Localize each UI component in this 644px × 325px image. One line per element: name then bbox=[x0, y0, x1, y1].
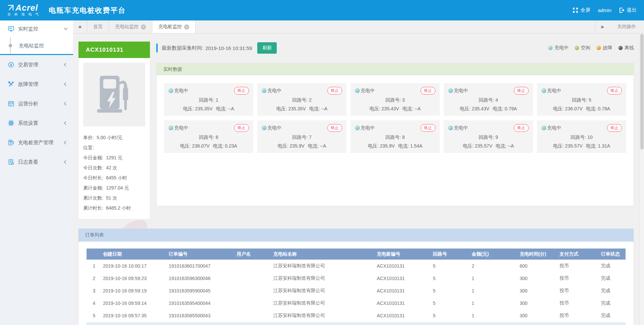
cell-amount: 1 bbox=[470, 309, 518, 322]
stat-label: 累计次数: bbox=[83, 195, 103, 201]
tab-home[interactable]: 首页 bbox=[87, 20, 109, 33]
terminate-button[interactable]: 终止 bbox=[234, 87, 249, 95]
chevron-left-icon bbox=[64, 121, 67, 125]
circuit-number: 回路号: 4 bbox=[448, 97, 529, 103]
cell-pay: 投币 bbox=[558, 272, 600, 284]
cell-date: 2019-10-16 09:57:35 bbox=[102, 309, 167, 322]
tab-pile-monitor[interactable]: 充电桩监控 × bbox=[152, 20, 196, 33]
terminate-button[interactable]: 终止 bbox=[421, 124, 435, 132]
sidebar-item-transactions[interactable]: 交易管理 bbox=[0, 55, 73, 74]
table-row: 2 2019-10-16 09:59:23 1910163596300046 江… bbox=[87, 272, 626, 284]
terminate-button[interactable]: 终止 bbox=[234, 124, 249, 132]
sidebar-item-realtime-monitor[interactable]: 实时监控 bbox=[0, 20, 73, 37]
stat-value: 6455 小时 bbox=[106, 175, 127, 180]
cell-date: 2019-10-16 09:59:14 bbox=[102, 297, 167, 309]
tabbar-spacer bbox=[196, 20, 595, 33]
close-operations-label: 关闭操作 bbox=[617, 24, 636, 30]
username[interactable]: admin bbox=[598, 7, 611, 13]
orders-panel-title: 订单列表 bbox=[78, 229, 634, 241]
circuit-number: 回路号: 10 bbox=[541, 134, 622, 141]
stat-value: 51 次 bbox=[106, 195, 117, 201]
terminate-button[interactable]: 终止 bbox=[327, 124, 342, 132]
sidebar-item-analysis[interactable]: 运营分析 bbox=[0, 94, 73, 113]
logout-icon bbox=[619, 7, 625, 13]
acrel-logo: Acrel 安 科 瑞 电 气 bbox=[7, 4, 40, 17]
pile-stat-row: 今日金额:1291 元 bbox=[83, 153, 145, 163]
scroll-tabs-left-button[interactable]: « bbox=[73, 20, 87, 33]
logo-subtext: 安 科 瑞 电 气 bbox=[7, 12, 40, 17]
terminate-button[interactable]: 终止 bbox=[607, 87, 622, 95]
table-row: 3 2019-10-16 09:59:19 1910163595900045 江… bbox=[87, 284, 626, 297]
chevron-down-icon bbox=[64, 26, 67, 30]
cell-circuit: 5 bbox=[431, 297, 470, 309]
stat-value: 5.00 小时/元 bbox=[97, 135, 122, 140]
circuit-measurements: 电压: 235.43V电流: --A bbox=[355, 106, 435, 112]
circuit-card: 充电中 终止 回路号: 8 电压: 235.9V电流: bbox=[351, 120, 440, 153]
sidebar: 实时监控 充电站监控 交易管理 故障管理 bbox=[0, 20, 73, 325]
charging-status-label: 充电中 bbox=[547, 88, 561, 94]
collect-time-label: 最新数据采集时间: bbox=[162, 45, 203, 51]
cell-date: 2019-10-16 10:00:17 bbox=[102, 260, 167, 272]
cell-pay: 投币 bbox=[558, 297, 600, 309]
idle-dot-icon bbox=[575, 46, 579, 50]
timeline-marker bbox=[10, 37, 11, 54]
cell-user bbox=[235, 272, 272, 284]
monitor-icon bbox=[8, 26, 14, 32]
close-operations-button[interactable]: 关闭操作 bbox=[609, 20, 644, 33]
column-header: 充电时间(分) bbox=[518, 249, 558, 260]
orders-table: 创建日期 订单编号 用户名 充电站名称 充电桩编号 回路号 金额(元) 充电时间… bbox=[87, 249, 626, 322]
vertical-scrollbar[interactable] bbox=[640, 34, 644, 325]
sidebar-item-logs[interactable]: 日志查看 bbox=[0, 152, 73, 172]
page-title: 电瓶车充电桩收费平台 bbox=[49, 6, 126, 15]
close-icon[interactable]: × bbox=[184, 24, 189, 30]
close-icon[interactable]: × bbox=[141, 24, 146, 30]
sidebar-item-faults[interactable]: 故障管理 bbox=[0, 74, 73, 94]
circuit-card: 充电中 终止 回路号: 4 电压: 235.43V电流 bbox=[444, 83, 533, 116]
sidebar-item-pile-assets[interactable]: 充电桩资产管理 bbox=[0, 133, 73, 152]
terminate-button[interactable]: 终止 bbox=[607, 124, 622, 132]
circuit-measurements: 电压: 235.9V电流: 1.54A bbox=[355, 143, 435, 149]
refresh-button[interactable]: 刷新 bbox=[257, 42, 277, 54]
sidebar-item-settings[interactable]: 系统设置 bbox=[0, 113, 73, 133]
circuit-measurements: 电压: 236.07V电流: 0.23A bbox=[168, 143, 249, 149]
timeline-dot bbox=[9, 44, 12, 47]
pile-id: ACX1010131 bbox=[78, 42, 150, 58]
circuit-measurements: 电压: 235.9V电流: --A bbox=[262, 143, 342, 149]
chevron-left-icon bbox=[64, 63, 67, 66]
charging-status-label: 充电中 bbox=[454, 88, 468, 94]
charging-status-icon bbox=[541, 125, 546, 130]
sidebar-item-label: 交易管理 bbox=[18, 62, 38, 68]
cell-pile: ACX1010131 bbox=[375, 260, 431, 272]
circuit-card-grid: 充电中 终止 回路号: 1 电压: 235.35V电流 bbox=[164, 83, 626, 153]
sidebar-item-station-monitor[interactable]: 充电站监控 bbox=[0, 37, 73, 54]
circuit-number: 回路号: 8 bbox=[355, 134, 435, 141]
terminate-button[interactable]: 终止 bbox=[514, 87, 529, 95]
cell-minutes: 600 bbox=[518, 260, 558, 272]
logout-button[interactable]: 退出 bbox=[619, 7, 637, 13]
fullscreen-icon bbox=[573, 7, 578, 13]
chevron-left-icon bbox=[64, 82, 67, 86]
terminate-button[interactable]: 终止 bbox=[421, 87, 435, 95]
pile-stat-row: 累计金额:1297.04 元 bbox=[83, 183, 145, 193]
charging-status-label: 充电中 bbox=[454, 125, 468, 131]
stat-label: 累计时长: bbox=[83, 205, 103, 211]
horizontal-scrollbar[interactable] bbox=[87, 322, 626, 325]
circuit-card: 充电中 终止 回路号: 3 电压: 235.43V电流 bbox=[351, 83, 440, 116]
charging-status-icon bbox=[448, 88, 453, 93]
scroll-tabs-right-button[interactable]: » bbox=[595, 20, 609, 33]
terminate-button[interactable]: 终止 bbox=[514, 124, 529, 132]
sidebar-subitem-label: 充电站监控 bbox=[19, 43, 44, 49]
cell-index: 5 bbox=[87, 309, 102, 322]
terminate-button[interactable]: 终止 bbox=[327, 87, 342, 95]
scrollbar-thumb[interactable] bbox=[640, 34, 644, 150]
cell-user bbox=[235, 284, 272, 297]
cell-status: 完成 bbox=[600, 272, 626, 284]
asset-icon bbox=[8, 140, 14, 146]
tab-station-monitor[interactable]: 充电站监控 × bbox=[109, 20, 152, 33]
charging-status-icon bbox=[262, 88, 267, 93]
fullscreen-button[interactable]: 全屏 bbox=[573, 7, 590, 13]
cell-minutes: 300 bbox=[518, 284, 558, 297]
circuit-number: 回路号: 7 bbox=[262, 134, 342, 141]
collect-info-row: 最新数据采集时间: 2019-10-16 10:31:59 刷新 充电中 空闲 … bbox=[156, 41, 634, 55]
status-legend: 充电中 空闲 故障 离线 bbox=[548, 45, 634, 51]
